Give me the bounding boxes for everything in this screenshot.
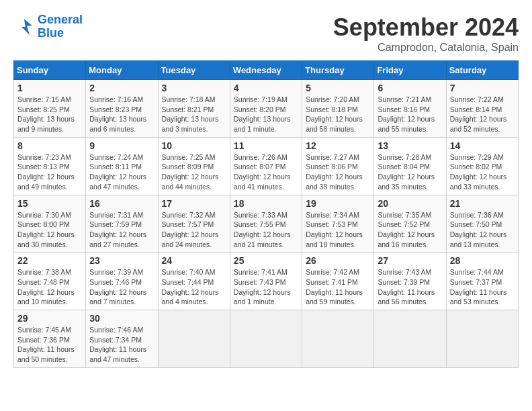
calendar-week-row: 15 Sunrise: 7:30 AMSunset: 8:00 PMDaylig… (14, 195, 519, 253)
day-number: 10 (162, 140, 226, 151)
location: Camprodon, Catalonia, Spain (333, 42, 519, 54)
day-detail: Sunrise: 7:46 AMSunset: 7:34 PMDaylight:… (89, 326, 146, 363)
calendar-cell: 17 Sunrise: 7:32 AMSunset: 7:57 PMDaylig… (158, 195, 230, 253)
day-detail: Sunrise: 7:25 AMSunset: 8:09 PMDaylight:… (162, 153, 219, 191)
header-monday: Monday (86, 61, 158, 80)
day-number: 13 (378, 140, 442, 151)
day-number: 2 (89, 83, 154, 93)
calendar-cell: 26 Sunrise: 7:42 AMSunset: 7:41 PMDaylig… (302, 253, 374, 310)
calendar-cell: 25 Sunrise: 7:41 AMSunset: 7:43 PMDaylig… (230, 253, 302, 310)
day-number: 4 (234, 83, 298, 93)
logo-icon (13, 16, 35, 38)
day-number: 9 (89, 140, 154, 151)
calendar-cell: 28 Sunrise: 7:44 AMSunset: 7:37 PMDaylig… (446, 253, 518, 310)
day-detail: Sunrise: 7:31 AMSunset: 7:59 PMDaylight:… (89, 211, 146, 248)
day-detail: Sunrise: 7:30 AMSunset: 8:00 PMDaylight:… (17, 211, 75, 248)
day-detail: Sunrise: 7:18 AMSunset: 8:21 PMDaylight:… (162, 95, 219, 133)
calendar-cell: 23 Sunrise: 7:39 AMSunset: 7:46 PMDaylig… (86, 253, 158, 310)
calendar-cell: 3 Sunrise: 7:18 AMSunset: 8:21 PMDayligh… (158, 80, 230, 138)
day-detail: Sunrise: 7:41 AMSunset: 7:43 PMDaylight:… (234, 268, 291, 306)
calendar-cell: 2 Sunrise: 7:16 AMSunset: 8:23 PMDayligh… (86, 80, 158, 138)
day-number: 3 (162, 83, 226, 93)
calendar-cell: 30 Sunrise: 7:46 AMSunset: 7:34 PMDaylig… (86, 310, 158, 368)
day-detail: Sunrise: 7:27 AMSunset: 8:06 PMDaylight:… (306, 153, 363, 191)
day-detail: Sunrise: 7:28 AMSunset: 8:04 PMDaylight:… (378, 153, 435, 191)
svg-marker-0 (21, 19, 32, 35)
calendar-cell: 10 Sunrise: 7:25 AMSunset: 8:09 PMDaylig… (158, 137, 230, 195)
day-detail: Sunrise: 7:38 AMSunset: 7:48 PMDaylight:… (17, 268, 75, 306)
calendar-week-row: 1 Sunrise: 7:15 AMSunset: 8:25 PMDayligh… (14, 80, 519, 138)
calendar-cell: 29 Sunrise: 7:45 AMSunset: 7:36 PMDaylig… (14, 310, 86, 368)
calendar-cell (446, 310, 518, 368)
calendar-cell: 11 Sunrise: 7:26 AMSunset: 8:07 PMDaylig… (230, 137, 302, 195)
calendar-cell: 19 Sunrise: 7:34 AMSunset: 7:53 PMDaylig… (302, 195, 374, 253)
calendar-cell: 9 Sunrise: 7:24 AMSunset: 8:11 PMDayligh… (86, 137, 158, 195)
calendar-cell: 13 Sunrise: 7:28 AMSunset: 8:04 PMDaylig… (374, 137, 446, 195)
calendar-cell: 7 Sunrise: 7:22 AMSunset: 8:14 PMDayligh… (446, 80, 518, 138)
day-number: 30 (89, 313, 154, 324)
day-number: 25 (234, 255, 298, 266)
logo-line1: General (38, 13, 83, 26)
day-number: 11 (234, 140, 298, 151)
day-detail: Sunrise: 7:45 AMSunset: 7:36 PMDaylight:… (17, 326, 75, 363)
day-number: 12 (306, 140, 370, 151)
calendar-week-row: 22 Sunrise: 7:38 AMSunset: 7:48 PMDaylig… (14, 253, 519, 310)
calendar-cell (230, 310, 302, 368)
calendar-week-row: 29 Sunrise: 7:45 AMSunset: 7:36 PMDaylig… (14, 310, 519, 368)
day-number: 15 (17, 198, 82, 209)
calendar-cell: 16 Sunrise: 7:31 AMSunset: 7:59 PMDaylig… (86, 195, 158, 253)
logo-line2: Blue (38, 27, 83, 40)
calendar-cell: 27 Sunrise: 7:43 AMSunset: 7:39 PMDaylig… (374, 253, 446, 310)
day-number: 17 (162, 198, 226, 209)
day-number: 5 (306, 83, 370, 93)
header-friday: Friday (374, 61, 446, 80)
calendar-cell (158, 310, 230, 368)
calendar-cell (374, 310, 446, 368)
day-number: 24 (162, 255, 226, 266)
calendar-cell: 12 Sunrise: 7:27 AMSunset: 8:06 PMDaylig… (302, 137, 374, 195)
calendar-cell: 8 Sunrise: 7:23 AMSunset: 8:13 PMDayligh… (14, 137, 86, 195)
calendar-cell: 5 Sunrise: 7:20 AMSunset: 8:18 PMDayligh… (302, 80, 374, 138)
calendar-cell: 18 Sunrise: 7:33 AMSunset: 7:55 PMDaylig… (230, 195, 302, 253)
day-number: 18 (234, 198, 298, 209)
header-tuesday: Tuesday (158, 61, 230, 80)
day-number: 28 (450, 255, 515, 266)
day-number: 1 (17, 83, 82, 93)
day-detail: Sunrise: 7:44 AMSunset: 7:37 PMDaylight:… (450, 268, 507, 306)
calendar-cell: 20 Sunrise: 7:35 AMSunset: 7:52 PMDaylig… (374, 195, 446, 253)
day-detail: Sunrise: 7:40 AMSunset: 7:44 PMDaylight:… (162, 268, 219, 306)
day-detail: Sunrise: 7:39 AMSunset: 7:46 PMDaylight:… (89, 268, 146, 306)
calendar-table: SundayMondayTuesdayWednesdayThursdayFrid… (13, 60, 519, 368)
day-number: 8 (17, 140, 82, 151)
calendar-week-row: 8 Sunrise: 7:23 AMSunset: 8:13 PMDayligh… (14, 137, 519, 195)
calendar-header-row: SundayMondayTuesdayWednesdayThursdayFrid… (14, 61, 519, 80)
day-detail: Sunrise: 7:22 AMSunset: 8:14 PMDaylight:… (450, 95, 507, 133)
day-detail: Sunrise: 7:15 AMSunset: 8:25 PMDaylight:… (17, 95, 75, 133)
page-header: General Blue September 2024 Camprodon, C… (13, 13, 519, 54)
calendar-cell (302, 310, 374, 368)
day-detail: Sunrise: 7:34 AMSunset: 7:53 PMDaylight:… (306, 211, 363, 248)
day-number: 26 (306, 255, 370, 266)
day-detail: Sunrise: 7:24 AMSunset: 8:11 PMDaylight:… (89, 153, 146, 191)
calendar-cell: 14 Sunrise: 7:29 AMSunset: 8:02 PMDaylig… (446, 137, 518, 195)
day-number: 22 (17, 255, 82, 266)
day-detail: Sunrise: 7:16 AMSunset: 8:23 PMDaylight:… (89, 95, 146, 133)
header-saturday: Saturday (446, 61, 518, 80)
day-number: 27 (378, 255, 442, 266)
day-detail: Sunrise: 7:23 AMSunset: 8:13 PMDaylight:… (17, 153, 75, 191)
day-detail: Sunrise: 7:35 AMSunset: 7:52 PMDaylight:… (378, 211, 435, 248)
calendar-cell: 4 Sunrise: 7:19 AMSunset: 8:20 PMDayligh… (230, 80, 302, 138)
title-block: September 2024 Camprodon, Catalonia, Spa… (333, 13, 519, 54)
day-number: 20 (378, 198, 442, 209)
day-detail: Sunrise: 7:43 AMSunset: 7:39 PMDaylight:… (378, 268, 435, 306)
day-detail: Sunrise: 7:36 AMSunset: 7:50 PMDaylight:… (450, 211, 507, 248)
day-number: 29 (17, 313, 82, 324)
day-detail: Sunrise: 7:29 AMSunset: 8:02 PMDaylight:… (450, 153, 507, 191)
day-detail: Sunrise: 7:32 AMSunset: 7:57 PMDaylight:… (162, 211, 219, 248)
logo: General Blue (13, 13, 83, 40)
day-number: 6 (378, 83, 442, 93)
day-detail: Sunrise: 7:19 AMSunset: 8:20 PMDaylight:… (234, 95, 291, 133)
calendar-cell: 15 Sunrise: 7:30 AMSunset: 8:00 PMDaylig… (14, 195, 86, 253)
day-number: 21 (450, 198, 515, 209)
day-number: 19 (306, 198, 370, 209)
